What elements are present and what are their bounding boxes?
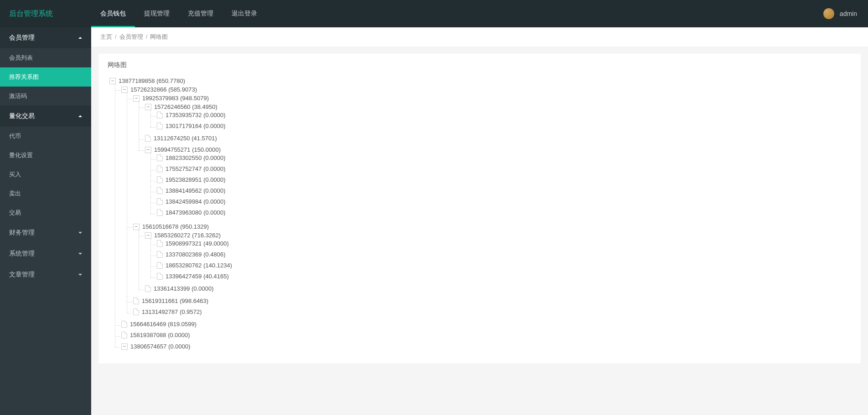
tree-node[interactable]: −15726232866 (585.9073) [121, 86, 197, 93]
app-logo[interactable]: 后台管理系统 [0, 9, 91, 19]
sidebar-item[interactable]: 交易 [0, 203, 91, 222]
tree-node-li: 13361413399 (0.0000) [145, 284, 852, 295]
tree-node-label[interactable]: 13112674250 (41.5701) [154, 135, 217, 142]
document-icon [133, 297, 139, 304]
tree-node-label[interactable]: 18653280762 (140.1234) [165, 262, 232, 269]
tree-node-label[interactable]: 13842459984 (0.0000) [165, 198, 226, 205]
tree-node-label[interactable]: 15610516678 (950.1329) [142, 223, 209, 230]
user-area[interactable]: admin [812, 8, 868, 19]
tree-collapse-icon[interactable]: − [133, 95, 140, 102]
sidebar-item[interactable]: 激活码 [0, 87, 91, 106]
tree-node[interactable]: 17552752747 (0.0000) [157, 165, 226, 172]
tree-node[interactable]: 15908997321 (49.0000) [157, 240, 229, 247]
tree-node[interactable]: 19523828951 (0.0000) [157, 176, 226, 183]
breadcrumb-item[interactable]: 网络图 [150, 33, 168, 40]
user-name: admin [840, 10, 857, 17]
tree-node[interactable]: −15610516678 (950.1329) [133, 223, 209, 230]
sidebar-group[interactable]: 量化交易 [0, 106, 91, 127]
top-nav-item[interactable]: 充值管理 [179, 0, 222, 27]
top-nav-item[interactable]: 提现管理 [135, 0, 179, 27]
tree-node-label[interactable]: 13396427459 (40.4165) [165, 273, 229, 280]
tree-node-label[interactable]: 19523828951 (0.0000) [165, 176, 226, 183]
tree-node[interactable]: 17353935732 (0.0000) [157, 112, 226, 118]
tree-node-li: 15819387088 (0.0000) [121, 330, 852, 341]
top-nav-item[interactable]: 退出登录 [222, 0, 266, 27]
sidebar-item[interactable]: 会员列表 [0, 48, 91, 67]
tree-node-label[interactable]: 15619311661 (998.6463) [142, 297, 208, 304]
sidebar-group-label: 系统管理 [9, 250, 35, 258]
tree-node[interactable]: 13131492787 (0.9572) [133, 308, 202, 315]
header: 后台管理系统 会员钱包提现管理充值管理退出登录 admin [0, 0, 868, 27]
tree-node-li: 15664616469 (819.0599) [121, 319, 852, 330]
tree-node-label[interactable]: 17552752747 (0.0000) [165, 165, 226, 172]
tree-node[interactable]: 18823302550 (0.0000) [157, 154, 226, 161]
tree-node[interactable]: 13370802369 (0.4806) [157, 251, 226, 258]
tree-node[interactable]: −19925379983 (948.5079) [133, 95, 209, 102]
tree-node-label[interactable]: 19925379983 (948.5079) [142, 95, 209, 102]
tree-node-li: 17552752747 (0.0000) [157, 164, 852, 175]
tree-node[interactable]: 13884149562 (0.0000) [157, 187, 226, 194]
document-icon [121, 332, 127, 338]
tree-collapse-icon[interactable]: − [109, 78, 116, 84]
tree-node-li: 15908997321 (49.0000) [157, 239, 852, 250]
sidebar-group[interactable]: 文章管理 [0, 264, 91, 285]
panel: 网络图 −13877189858 (650.7780)−15726232866 … [98, 54, 861, 364]
tree-node[interactable]: 13112674250 (41.5701) [145, 135, 217, 142]
top-nav: 会员钱包提现管理充值管理退出登录 [91, 0, 812, 27]
tree-node-label[interactable]: 15853260272 (716.3262) [154, 232, 221, 239]
tree-node[interactable]: 18653280762 (140.1234) [157, 262, 232, 269]
breadcrumb-item[interactable]: 主页 [100, 33, 112, 40]
tree-node-label[interactable]: 15994755271 (150.0000) [154, 146, 221, 153]
sidebar-group[interactable]: 系统管理 [0, 243, 91, 264]
tree-collapse-icon[interactable]: − [145, 232, 151, 239]
tree-node-label[interactable]: 15726246560 (38.4950) [154, 103, 217, 110]
tree-node[interactable]: 13017179164 (0.0000) [157, 123, 226, 129]
sidebar-item[interactable]: 买入 [0, 165, 91, 184]
tree-node-label[interactable]: 18823302550 (0.0000) [165, 154, 226, 161]
sidebar-item[interactable]: 量化设置 [0, 146, 91, 165]
document-icon [145, 135, 151, 142]
tree-node-label[interactable]: 13017179164 (0.0000) [165, 123, 226, 129]
tree-node[interactable]: −15994755271 (150.0000) [145, 146, 221, 153]
tree-node[interactable]: 13842459984 (0.0000) [157, 198, 226, 205]
tree-node[interactable]: 18473963080 (0.0000) [157, 209, 226, 216]
tree-node[interactable]: 15819387088 (0.0000) [121, 332, 190, 338]
sidebar-item[interactable]: 代币 [0, 127, 91, 146]
tree-node[interactable]: −13806574657 (0.0000) [121, 343, 191, 350]
tree-node-label[interactable]: 15819387088 (0.0000) [130, 332, 190, 338]
tree-node-label[interactable]: 13361413399 (0.0000) [154, 285, 214, 292]
sidebar-group[interactable]: 会员管理 [0, 27, 91, 48]
tree-node[interactable]: −13877189858 (650.7780) [109, 77, 185, 84]
tree-node-label[interactable]: 13877189858 (650.7780) [119, 77, 185, 84]
sidebar-item[interactable]: 卖出 [0, 184, 91, 203]
tree-node[interactable]: 15664616469 (819.0599) [121, 321, 196, 328]
document-icon [157, 123, 163, 129]
tree-collapse-icon[interactable]: − [121, 87, 128, 93]
tree-node-label[interactable]: 18473963080 (0.0000) [165, 209, 226, 216]
tree-node-li: 13884149562 (0.0000) [157, 186, 852, 197]
tree-node-label[interactable]: 13884149562 (0.0000) [165, 187, 226, 194]
breadcrumb-item[interactable]: 会员管理 [119, 33, 143, 40]
tree-node[interactable]: 13396427459 (40.4165) [157, 273, 229, 280]
document-icon [157, 209, 163, 216]
tree-collapse-icon[interactable]: − [133, 224, 140, 230]
tree-collapse-icon[interactable]: − [145, 104, 151, 110]
tree-node[interactable]: −15726246560 (38.4950) [145, 103, 217, 110]
tree-node-label[interactable]: 13806574657 (0.0000) [130, 343, 191, 350]
document-icon [121, 321, 127, 328]
sidebar-group[interactable]: 财务管理 [0, 222, 91, 243]
tree-node-label[interactable]: 13370802369 (0.4806) [165, 251, 226, 258]
tree-node[interactable]: 13361413399 (0.0000) [145, 285, 214, 292]
sidebar-item[interactable]: 推荐关系图 [0, 67, 91, 87]
tree-node-label[interactable]: 15664616469 (819.0599) [130, 321, 196, 328]
tree-node[interactable]: 15619311661 (998.6463) [133, 297, 208, 304]
tree-collapse-icon[interactable]: − [145, 147, 151, 153]
top-nav-item[interactable]: 会员钱包 [91, 0, 135, 27]
avatar [823, 8, 834, 19]
tree-node[interactable]: −15853260272 (716.3262) [145, 232, 221, 239]
tree-node-label[interactable]: 15908997321 (49.0000) [165, 240, 229, 247]
tree-node-label[interactable]: 15726232866 (585.9073) [130, 86, 197, 93]
tree-node-label[interactable]: 17353935732 (0.0000) [165, 112, 226, 118]
tree-collapse-icon[interactable]: − [121, 343, 128, 350]
tree-node-label[interactable]: 13131492787 (0.9572) [142, 308, 202, 315]
